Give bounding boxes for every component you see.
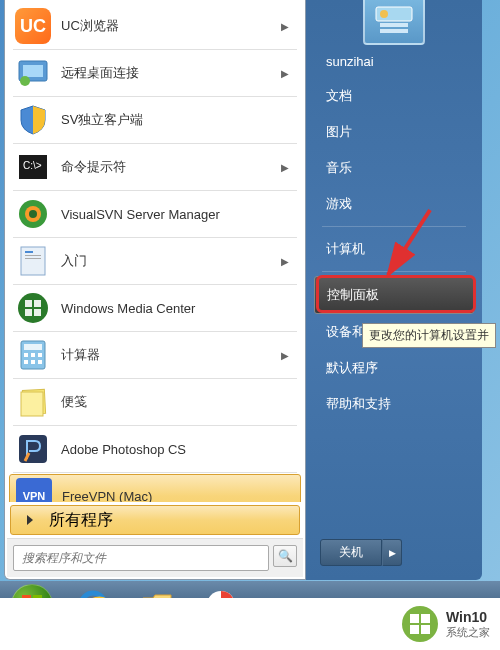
program-item-calc[interactable]: 计算器▶ bbox=[9, 333, 301, 377]
svg-rect-16 bbox=[31, 353, 35, 357]
svg-point-2 bbox=[20, 76, 30, 86]
svg-rect-17 bbox=[38, 353, 42, 357]
divider bbox=[13, 425, 297, 426]
calc-icon bbox=[15, 337, 51, 373]
rdp-icon bbox=[15, 55, 51, 91]
search-button[interactable]: 🔍 bbox=[273, 545, 297, 567]
arrow-right-icon bbox=[27, 515, 33, 525]
svg-rect-41 bbox=[421, 625, 430, 634]
svg-rect-38 bbox=[410, 614, 419, 623]
right-divider bbox=[322, 226, 466, 227]
all-programs-label: 所有程序 bbox=[49, 510, 113, 531]
right-item[interactable]: sunzihai bbox=[314, 45, 474, 78]
start-menu: UCUC浏览器▶远程桌面连接▶SV独立客户端C:\>命令提示符▶VisualSV… bbox=[4, 0, 482, 580]
svg-rect-39 bbox=[421, 614, 430, 623]
divider bbox=[13, 190, 297, 191]
wmc-icon bbox=[15, 290, 51, 326]
program-label: 远程桌面连接 bbox=[61, 64, 281, 82]
uc-icon: UC bbox=[15, 8, 51, 44]
right-item[interactable]: 计算机 bbox=[314, 231, 474, 267]
program-label: 计算器 bbox=[61, 346, 281, 364]
watermark-logo-icon bbox=[402, 606, 438, 642]
program-label: 入门 bbox=[61, 252, 281, 270]
notes-icon bbox=[15, 384, 51, 420]
divider bbox=[13, 96, 297, 97]
shield-icon bbox=[15, 102, 51, 138]
program-label: FreeVPN (Mac) bbox=[62, 489, 294, 503]
svg-rect-20 bbox=[38, 360, 42, 364]
svg-point-12 bbox=[18, 293, 48, 323]
submenu-arrow-icon: ▶ bbox=[281, 162, 295, 173]
cmd-icon: C:\> bbox=[15, 149, 51, 185]
shutdown-options-button[interactable]: ▶ bbox=[382, 539, 402, 566]
program-item-rdp[interactable]: 远程桌面连接▶ bbox=[9, 51, 301, 95]
program-item-ps[interactable]: Adobe Photoshop CS bbox=[9, 427, 301, 471]
intro-icon bbox=[15, 243, 51, 279]
svg-rect-10 bbox=[25, 255, 41, 256]
right-item[interactable]: 游戏 bbox=[314, 186, 474, 222]
program-item-vsvn[interactable]: VisualSVN Server Manager bbox=[9, 192, 301, 236]
right-item[interactable]: 图片 bbox=[314, 114, 474, 150]
watermark-text: Win10 系统之家 bbox=[446, 609, 490, 639]
program-item-uc[interactable]: UCUC浏览器▶ bbox=[9, 4, 301, 48]
program-label: UC浏览器 bbox=[61, 17, 281, 35]
submenu-arrow-icon: ▶ bbox=[281, 68, 295, 79]
watermark: Win10 系统之家 bbox=[0, 598, 500, 650]
svg-point-25 bbox=[380, 10, 388, 18]
svg-rect-11 bbox=[25, 258, 41, 259]
svg-point-7 bbox=[29, 210, 37, 218]
svg-rect-9 bbox=[25, 251, 33, 253]
program-label: VisualSVN Server Manager bbox=[61, 207, 295, 222]
right-item[interactable]: 文档 bbox=[314, 78, 474, 114]
watermark-main: Win10 bbox=[446, 609, 490, 626]
watermark-sub: 系统之家 bbox=[446, 626, 490, 639]
search-input[interactable] bbox=[18, 551, 264, 565]
monitor-icon bbox=[374, 5, 414, 35]
program-item-vpn[interactable]: VPNFreeVPN (Mac) bbox=[9, 474, 301, 502]
program-label: Adobe Photoshop CS bbox=[61, 442, 295, 457]
program-item-intro[interactable]: 入门▶ bbox=[9, 239, 301, 283]
svg-rect-18 bbox=[24, 360, 28, 364]
divider bbox=[13, 237, 297, 238]
right-item[interactable]: 控制面板 bbox=[314, 276, 474, 314]
svg-rect-19 bbox=[31, 360, 35, 364]
svg-text:C:\>: C:\> bbox=[23, 160, 42, 171]
start-menu-right-pane: sunzihai文档图片音乐游戏计算机控制面板设备和默认程序帮助和支持 关机 ▶ bbox=[306, 0, 482, 580]
submenu-arrow-icon: ▶ bbox=[281, 21, 295, 32]
ps-icon bbox=[15, 431, 51, 467]
tooltip: 更改您的计算机设置并 bbox=[362, 323, 496, 348]
svg-rect-26 bbox=[380, 23, 408, 27]
right-item[interactable]: 音乐 bbox=[314, 150, 474, 186]
program-label: Windows Media Center bbox=[61, 301, 295, 316]
divider bbox=[13, 284, 297, 285]
program-item-wmc[interactable]: Windows Media Center bbox=[9, 286, 301, 330]
program-item-shield[interactable]: SV独立客户端 bbox=[9, 98, 301, 142]
vpn-icon: VPN bbox=[16, 478, 52, 502]
program-label: 命令提示符 bbox=[61, 158, 281, 176]
svg-rect-27 bbox=[380, 29, 408, 33]
divider bbox=[13, 49, 297, 50]
program-label: 便笺 bbox=[61, 393, 295, 411]
user-picture[interactable] bbox=[363, 0, 425, 45]
divider bbox=[13, 331, 297, 332]
program-item-cmd[interactable]: C:\>命令提示符▶ bbox=[9, 145, 301, 189]
right-item[interactable]: 帮助和支持 bbox=[314, 386, 474, 422]
shutdown-button[interactable]: 关机 bbox=[320, 539, 382, 566]
divider bbox=[13, 378, 297, 379]
right-divider bbox=[322, 271, 466, 272]
all-programs-button[interactable]: 所有程序 bbox=[10, 505, 300, 535]
divider bbox=[13, 143, 297, 144]
search-row: 🔍 bbox=[7, 538, 303, 577]
right-items-container: sunzihai文档图片音乐游戏计算机控制面板设备和默认程序帮助和支持 bbox=[314, 45, 474, 422]
program-item-notes[interactable]: 便笺 bbox=[9, 380, 301, 424]
program-label: SV独立客户端 bbox=[61, 111, 295, 129]
search-icon: 🔍 bbox=[278, 549, 293, 563]
right-item[interactable]: 默认程序 bbox=[314, 350, 474, 386]
divider bbox=[13, 472, 297, 473]
submenu-arrow-icon: ▶ bbox=[281, 350, 295, 361]
svg-rect-15 bbox=[24, 353, 28, 357]
program-list: UCUC浏览器▶远程桌面连接▶SV独立客户端C:\>命令提示符▶VisualSV… bbox=[7, 2, 303, 502]
shutdown-row: 关机 ▶ bbox=[314, 533, 474, 572]
svg-rect-40 bbox=[410, 625, 419, 634]
vsvn-icon bbox=[15, 196, 51, 232]
